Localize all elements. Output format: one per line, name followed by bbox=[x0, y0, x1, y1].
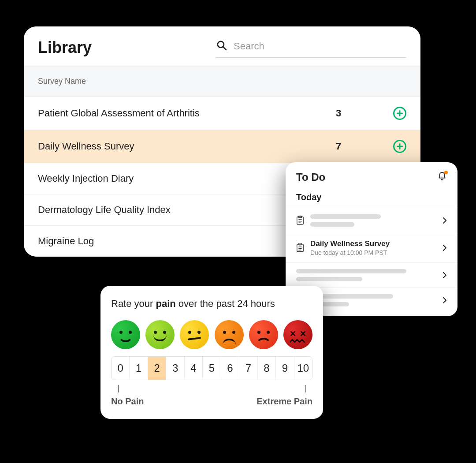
table-column-header: Survey Name bbox=[24, 66, 420, 97]
notification-dot-icon bbox=[444, 171, 448, 174]
scale-cell[interactable]: 6 bbox=[221, 357, 239, 380]
face-neutral-icon[interactable] bbox=[180, 320, 209, 349]
pain-prompt-bold: pain bbox=[156, 298, 176, 309]
todo-title: To Do bbox=[296, 171, 325, 183]
library-header: Library bbox=[24, 26, 420, 66]
clipboard-icon bbox=[296, 216, 304, 225]
todo-item[interactable] bbox=[286, 208, 457, 233]
library-title: Library bbox=[38, 38, 205, 57]
scale-cell[interactable]: 4 bbox=[185, 357, 203, 380]
placeholder-line bbox=[310, 214, 381, 219]
scale-cell[interactable]: 9 bbox=[276, 357, 294, 380]
scale-cell[interactable]: 3 bbox=[166, 357, 184, 380]
face-pain-extreme-icon[interactable]: ✕✕ bbox=[283, 320, 312, 349]
pain-prompt: Rate your pain over the past 24 hours bbox=[111, 298, 312, 310]
face-scale: ✕✕ bbox=[111, 320, 312, 349]
todo-header: To Do bbox=[286, 162, 457, 189]
pain-prompt-pre: Rate your bbox=[111, 298, 156, 309]
anchor-high-label: Extreme Pain bbox=[257, 396, 312, 407]
svg-line-1 bbox=[223, 47, 226, 50]
anchor-low-label: No Pain bbox=[111, 396, 144, 407]
scale-cell[interactable]: 2 bbox=[148, 357, 166, 380]
chevron-right-icon bbox=[443, 272, 447, 279]
todo-item-title: Daily Wellness Survey bbox=[310, 239, 436, 248]
scale-anchors: No Pain Extreme Pain bbox=[111, 396, 312, 407]
todo-section-label: Today bbox=[286, 189, 457, 208]
scale-cell[interactable]: 10 bbox=[294, 357, 312, 380]
scale-cell[interactable]: 0 bbox=[112, 357, 130, 380]
face-very-happy-icon[interactable] bbox=[111, 320, 140, 349]
todo-item[interactable] bbox=[286, 262, 457, 288]
survey-count: 7 bbox=[336, 141, 389, 152]
face-sad-icon[interactable] bbox=[249, 320, 278, 349]
clipboard-icon bbox=[296, 243, 304, 253]
todo-item-subtitle: Due today at 10:00 PM PST bbox=[310, 249, 436, 256]
tick-mark: | bbox=[117, 384, 119, 393]
search-input[interactable] bbox=[234, 41, 406, 52]
search-icon bbox=[216, 40, 227, 53]
survey-count: 3 bbox=[336, 108, 389, 119]
face-happy-icon[interactable] bbox=[145, 320, 175, 349]
numeric-scale: 012345678910 bbox=[111, 356, 312, 380]
placeholder-line bbox=[296, 277, 362, 281]
face-slightly-sad-icon[interactable] bbox=[215, 320, 244, 349]
svg-rect-2 bbox=[297, 217, 303, 224]
placeholder-line bbox=[296, 269, 406, 273]
scale-cell[interactable]: 8 bbox=[258, 357, 276, 380]
scale-cell[interactable]: 1 bbox=[130, 357, 148, 380]
table-row[interactable]: Patient Global Assessment of Arthritis 3 bbox=[24, 97, 420, 130]
bell-icon[interactable] bbox=[437, 172, 447, 183]
chevron-right-icon bbox=[443, 244, 447, 251]
search-field[interactable] bbox=[216, 37, 406, 58]
add-icon[interactable] bbox=[393, 140, 406, 153]
tick-mark: | bbox=[304, 384, 306, 393]
chevron-right-icon bbox=[443, 297, 447, 304]
survey-name: Daily Wellness Survey bbox=[38, 141, 336, 152]
pain-prompt-post: over the past 24 hours bbox=[176, 298, 275, 309]
pain-rating-card: Rate your pain over the past 24 hours ✕✕… bbox=[100, 286, 323, 419]
chevron-right-icon bbox=[443, 217, 447, 224]
scale-tick-marks: | | bbox=[111, 380, 312, 394]
add-icon[interactable] bbox=[393, 107, 406, 120]
scale-cell[interactable]: 5 bbox=[203, 357, 221, 380]
scale-cell[interactable]: 7 bbox=[239, 357, 257, 380]
todo-item[interactable]: Daily Wellness Survey Due today at 10:00… bbox=[286, 233, 457, 262]
svg-rect-7 bbox=[297, 244, 303, 252]
table-row[interactable]: Daily Wellness Survey 7 bbox=[24, 130, 420, 163]
survey-name: Patient Global Assessment of Arthritis bbox=[38, 108, 336, 119]
placeholder-line bbox=[310, 222, 354, 227]
